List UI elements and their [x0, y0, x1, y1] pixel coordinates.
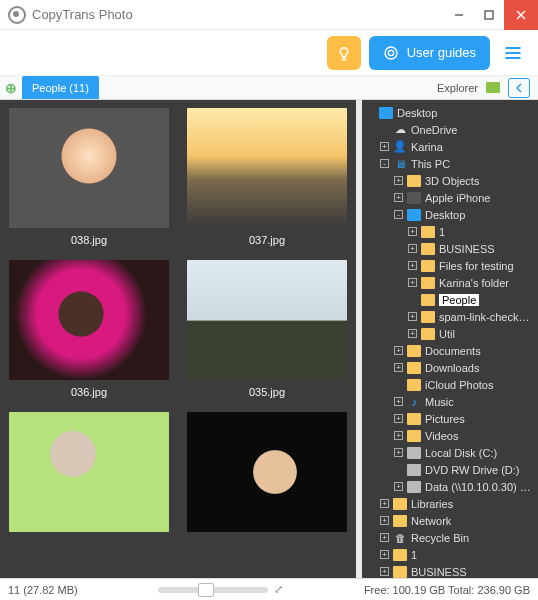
minimize-button[interactable]: [444, 0, 474, 30]
tree-node[interactable]: -🖥This PC: [364, 155, 536, 172]
network-icon: [393, 515, 407, 527]
menu-button[interactable]: [498, 38, 528, 68]
tree-node[interactable]: People: [364, 291, 536, 308]
svg-rect-1: [485, 11, 493, 19]
expand-icon[interactable]: +: [408, 329, 417, 338]
status-bar: 11 (27.82 MB) ⤢ Free: 100.19 GB Total: 2…: [0, 578, 538, 600]
device-icon: [407, 192, 421, 204]
tree-node[interactable]: +Documents: [364, 342, 536, 359]
tree-node[interactable]: +Libraries: [364, 495, 536, 512]
collapse-icon[interactable]: -: [380, 159, 389, 168]
expand-icon[interactable]: +: [380, 499, 389, 508]
tree-node[interactable]: +3D Objects: [364, 172, 536, 189]
tree-node-label: Network: [411, 515, 451, 527]
tree-node[interactable]: +Data (\\10.10.0.30) (X:): [364, 478, 536, 495]
tree-node[interactable]: +Karina's folder: [364, 274, 536, 291]
tree-node[interactable]: +Apple iPhone: [364, 189, 536, 206]
panel-toggle-button[interactable]: [508, 78, 530, 98]
tree-node[interactable]: +Network: [364, 512, 536, 529]
tree-node-label: Pictures: [425, 413, 465, 425]
pc-icon: 🖥: [393, 158, 407, 170]
folder-open-icon: [421, 294, 435, 306]
tree-node[interactable]: +BUSINESS: [364, 240, 536, 257]
expand-icon[interactable]: +: [380, 516, 389, 525]
expand-icon[interactable]: +: [380, 567, 389, 576]
photo-thumbnail[interactable]: [9, 412, 169, 532]
tree-node[interactable]: DVD RW Drive (D:): [364, 461, 536, 478]
photo-cell[interactable]: 035.jpg: [182, 260, 352, 398]
panel-collapse-icon: [514, 83, 524, 93]
photo-cell[interactable]: [182, 412, 352, 538]
tree-node-label: OneDrive: [411, 124, 457, 136]
expand-icon[interactable]: +: [408, 227, 417, 236]
expand-icon[interactable]: +: [380, 550, 389, 559]
expand-icon[interactable]: +: [408, 244, 417, 253]
hint-button[interactable]: [327, 36, 361, 70]
expand-icon[interactable]: +: [394, 397, 403, 406]
desktop-icon: [407, 209, 421, 221]
tree-node[interactable]: +1: [364, 223, 536, 240]
disk-icon: [407, 464, 421, 476]
photo-gallery[interactable]: 038.jpg037.jpg036.jpg035.jpg: [0, 100, 356, 578]
photo-cell[interactable]: [4, 412, 174, 538]
cloud-icon: ☁: [393, 124, 407, 136]
photo-thumbnail[interactable]: [9, 260, 169, 380]
photo-cell[interactable]: 038.jpg: [4, 108, 174, 246]
expand-icon[interactable]: +: [394, 363, 403, 372]
photo-cell[interactable]: 036.jpg: [4, 260, 174, 398]
tree-node[interactable]: +1: [364, 546, 536, 563]
expand-icon[interactable]: +: [408, 278, 417, 287]
fullscreen-icon[interactable]: ⤢: [274, 583, 283, 596]
tree-node[interactable]: +spam-link-check-v2.1: [364, 308, 536, 325]
photo-cell[interactable]: 037.jpg: [182, 108, 352, 246]
add-album-button[interactable]: ⊕: [0, 80, 22, 96]
expand-icon[interactable]: +: [394, 176, 403, 185]
folder-tree[interactable]: Desktop☁OneDrive+👤Karina-🖥This PC+3D Obj…: [362, 100, 538, 578]
photo-thumbnail[interactable]: [187, 260, 347, 380]
tree-node[interactable]: +BUSINESS: [364, 563, 536, 578]
tree-node[interactable]: +Util: [364, 325, 536, 342]
tree-node[interactable]: +Files for testing: [364, 257, 536, 274]
tree-node[interactable]: +♪Music: [364, 393, 536, 410]
close-button[interactable]: [504, 0, 538, 30]
folder-icon: [421, 243, 435, 255]
tree-node[interactable]: +Pictures: [364, 410, 536, 427]
folder-icon: [407, 175, 421, 187]
expand-icon[interactable]: +: [394, 346, 403, 355]
tree-node[interactable]: +🗑Recycle Bin: [364, 529, 536, 546]
zoom-slider[interactable]: [158, 587, 268, 593]
folder-icon: [421, 311, 435, 323]
tree-node-label: Documents: [425, 345, 481, 357]
tree-node[interactable]: -Desktop: [364, 206, 536, 223]
user-guides-button[interactable]: User guides: [369, 36, 490, 70]
tree-node[interactable]: iCloud Photos: [364, 376, 536, 393]
expand-icon[interactable]: +: [394, 482, 403, 491]
photo-thumbnail[interactable]: [187, 108, 347, 228]
tree-node[interactable]: Desktop: [364, 104, 536, 121]
tree-node[interactable]: +Local Disk (C:): [364, 444, 536, 461]
bin-icon: 🗑: [393, 532, 407, 544]
expand-icon[interactable]: +: [394, 414, 403, 423]
album-tab-label: People (11): [32, 82, 89, 94]
folder-icon: [393, 498, 407, 510]
tree-node-label: Desktop: [425, 209, 465, 221]
expand-icon[interactable]: +: [380, 533, 389, 542]
expand-icon[interactable]: +: [394, 193, 403, 202]
expand-icon[interactable]: +: [394, 448, 403, 457]
photo-thumbnail[interactable]: [187, 412, 347, 532]
tree-node[interactable]: +Videos: [364, 427, 536, 444]
expand-icon[interactable]: +: [380, 142, 389, 151]
explorer-label: Explorer: [437, 82, 478, 94]
tree-node[interactable]: +👤Karina: [364, 138, 536, 155]
tree-node[interactable]: ☁OneDrive: [364, 121, 536, 138]
lifebuoy-icon: [383, 45, 399, 61]
expand-icon[interactable]: +: [408, 312, 417, 321]
expand-icon[interactable]: +: [394, 431, 403, 440]
album-tab-people[interactable]: People (11): [22, 76, 99, 99]
collapse-icon[interactable]: -: [394, 210, 403, 219]
maximize-button[interactable]: [474, 0, 504, 30]
photo-thumbnail[interactable]: [9, 108, 169, 228]
expand-icon[interactable]: +: [408, 261, 417, 270]
tree-node-label: Local Disk (C:): [425, 447, 497, 459]
tree-node[interactable]: +Downloads: [364, 359, 536, 376]
